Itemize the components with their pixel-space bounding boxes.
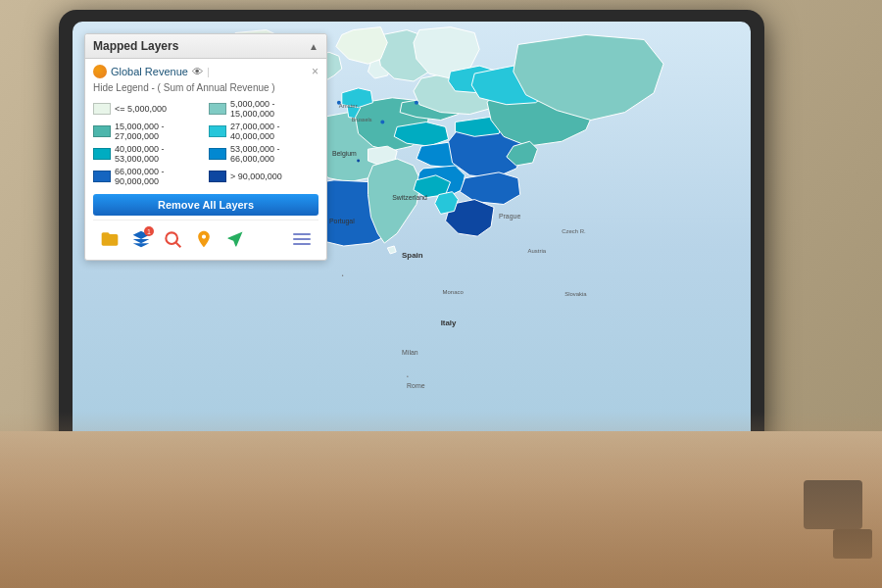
legend-grid: <= 5,000,000 5,000,000 - 15,000,000 15,0… bbox=[93, 99, 318, 186]
legend-color-2 bbox=[93, 125, 111, 137]
svg-text:Czech R.: Czech R. bbox=[562, 228, 586, 234]
legend-label-5: 53,000,000 - 66,000,000 bbox=[230, 144, 318, 164]
layers-icon[interactable]: 1 bbox=[128, 226, 154, 252]
legend-label-7: > 90,000,000 bbox=[230, 172, 282, 181]
legend-label-0: <= 5,000,000 bbox=[115, 104, 167, 114]
svg-line-25 bbox=[176, 243, 181, 248]
desk-surface bbox=[0, 431, 882, 588]
layer-divider: | bbox=[207, 66, 210, 77]
folder-icon[interactable] bbox=[97, 226, 122, 252]
legend-label-1: 5,000,000 - 15,000,000 bbox=[230, 99, 318, 119]
svg-point-24 bbox=[166, 232, 177, 244]
laptop-screen: Belgium Switzerland Spain Italy Portugal… bbox=[73, 22, 751, 474]
svg-text:Amster...: Amster... bbox=[339, 103, 363, 109]
remove-all-layers-button[interactable]: Remove All Layers bbox=[93, 194, 318, 216]
legend-item-4: 40,000,000 - 53,000,000 bbox=[93, 144, 203, 164]
svg-text:•: • bbox=[407, 374, 409, 379]
toolbar-icons: 1 bbox=[93, 220, 318, 254]
legend-item-6: 66,000,000 - 90,000,000 bbox=[93, 167, 203, 186]
svg-text:Portugal: Portugal bbox=[329, 218, 355, 225]
desk-item-right bbox=[833, 529, 872, 559]
layer-name-label: Global Revenue bbox=[111, 66, 188, 77]
legend-color-5 bbox=[209, 148, 226, 160]
svg-text:Switzerland: Switzerland bbox=[392, 194, 427, 201]
desk-item-left bbox=[804, 480, 862, 529]
legend-label-4: 40,000,000 - 53,000,000 bbox=[115, 144, 203, 164]
globe-icon bbox=[93, 65, 107, 78]
legend-item-1: 5,000,000 - 15,000,000 bbox=[209, 99, 318, 119]
pin-icon[interactable] bbox=[191, 226, 217, 252]
svg-text:Austria: Austria bbox=[528, 248, 547, 254]
close-layer-button[interactable]: × bbox=[312, 65, 318, 78]
legend-color-1 bbox=[209, 103, 226, 115]
route-icon[interactable] bbox=[222, 226, 248, 252]
svg-text:Monaco: Monaco bbox=[443, 289, 465, 295]
svg-text:Belgium: Belgium bbox=[332, 150, 357, 158]
svg-text:Spain: Spain bbox=[402, 251, 423, 260]
hide-legend-button[interactable]: Hide Legend - ( Sum of Annual Revenue ) bbox=[93, 82, 318, 93]
svg-text:Brussels: Brussels bbox=[352, 117, 372, 122]
legend-label-3: 27,000,000 - 40,000,000 bbox=[230, 122, 318, 141]
svg-text:Prague: Prague bbox=[499, 213, 520, 220]
svg-text:Italy: Italy bbox=[441, 318, 457, 327]
legend-color-7 bbox=[209, 171, 226, 182]
svg-text:Slovakia: Slovakia bbox=[564, 291, 587, 297]
legend-color-0 bbox=[93, 103, 111, 115]
svg-text:•: • bbox=[342, 273, 344, 278]
panel-collapse-icon[interactable]: ▲ bbox=[309, 41, 318, 52]
layers-badge: 1 bbox=[144, 226, 154, 236]
legend-color-6 bbox=[93, 171, 111, 182]
legend-item-0: <= 5,000,000 bbox=[93, 99, 203, 119]
legend-item-5: 53,000,000 - 66,000,000 bbox=[209, 144, 318, 164]
panel-body: Global Revenue 👁 | × Hide Legend - ( Sum… bbox=[85, 59, 326, 260]
svg-text:Rome: Rome bbox=[407, 382, 425, 389]
layer-name-container: Global Revenue 👁 | bbox=[93, 65, 210, 78]
legend-color-4 bbox=[93, 148, 111, 160]
legend-color-3 bbox=[209, 125, 226, 137]
legend-label-2: 15,000,000 - 27,000,000 bbox=[115, 122, 203, 141]
map-area[interactable]: Belgium Switzerland Spain Italy Portugal… bbox=[73, 22, 751, 474]
menu-icon[interactable] bbox=[289, 226, 315, 252]
svg-point-2 bbox=[415, 101, 418, 105]
panel-title: Mapped Layers bbox=[93, 39, 178, 53]
laptop-body: Belgium Switzerland Spain Italy Portugal… bbox=[59, 10, 764, 490]
svg-point-3 bbox=[357, 160, 360, 163]
legend-label-6: 66,000,000 - 90,000,000 bbox=[115, 167, 203, 186]
search-icon[interactable] bbox=[160, 226, 185, 252]
svg-text:Milan: Milan bbox=[402, 349, 418, 356]
legend-item-2: 15,000,000 - 27,000,000 bbox=[93, 122, 203, 141]
eye-icon[interactable]: 👁 bbox=[192, 66, 203, 77]
panel-header: Mapped Layers ▲ bbox=[85, 34, 326, 59]
layer-row: Global Revenue 👁 | × bbox=[93, 65, 318, 78]
legend-item-7: > 90,000,000 bbox=[209, 167, 318, 186]
legend-item-3: 27,000,000 - 40,000,000 bbox=[209, 122, 318, 141]
layers-panel: Mapped Layers ▲ Global Revenue 👁 | × bbox=[84, 33, 327, 261]
svg-point-1 bbox=[380, 121, 384, 124]
scene: Belgium Switzerland Spain Italy Portugal… bbox=[0, 0, 882, 588]
